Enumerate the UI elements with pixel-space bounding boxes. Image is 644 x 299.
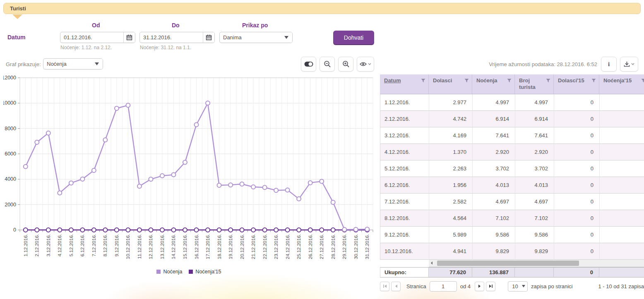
data-point[interactable] — [263, 228, 267, 232]
table-row[interactable]: 7.12.2016.2.5824.6974.6970 — [380, 194, 644, 210]
data-point[interactable] — [69, 228, 73, 232]
page-number-input[interactable] — [430, 281, 457, 292]
table-row[interactable]: 1.12.2016.2.9774.9974.9970 — [380, 94, 644, 111]
data-point[interactable] — [217, 228, 221, 232]
data-point[interactable] — [58, 191, 62, 195]
date-from-input[interactable] — [60, 34, 123, 41]
data-point[interactable] — [251, 228, 255, 232]
data-point[interactable] — [24, 165, 28, 169]
data-point[interactable] — [46, 228, 50, 232]
filter-icon[interactable] — [464, 79, 469, 83]
table-row[interactable]: 2.12.2016.4.7426.9146.9140 — [380, 111, 644, 127]
data-point[interactable] — [206, 101, 210, 105]
dohvati-button[interactable]: Dohvati — [333, 31, 374, 44]
data-point[interactable] — [149, 177, 153, 181]
data-point[interactable] — [149, 228, 153, 232]
tab-turisti[interactable]: Turisti — [10, 5, 26, 12]
data-point[interactable] — [195, 122, 199, 127]
export-button[interactable] — [620, 57, 638, 72]
data-point[interactable] — [80, 177, 84, 181]
data-point[interactable] — [274, 188, 278, 192]
data-point[interactable] — [240, 228, 244, 232]
next-page-button[interactable] — [475, 282, 484, 291]
data-point[interactable] — [126, 103, 130, 108]
table-row[interactable]: 3.12.2016.4.1697.6417.6410 — [380, 127, 644, 144]
data-point[interactable] — [320, 179, 324, 184]
data-point[interactable] — [331, 200, 335, 204]
data-point[interactable] — [24, 228, 28, 232]
data-point[interactable] — [286, 188, 290, 192]
data-point[interactable] — [137, 184, 142, 188]
data-point[interactable] — [365, 227, 369, 231]
data-point[interactable] — [274, 228, 278, 232]
graf-prikazuje-arrow-button[interactable] — [91, 59, 103, 69]
date-from-calendar-button[interactable] — [123, 32, 135, 43]
data-point[interactable] — [320, 228, 324, 232]
prikaz-po-arrow-button[interactable] — [281, 32, 292, 43]
chart-toggle-button[interactable] — [301, 57, 316, 72]
data-point[interactable] — [331, 228, 335, 232]
zoom-out-button[interactable] — [320, 57, 335, 72]
data-point[interactable] — [308, 228, 312, 232]
data-point[interactable] — [115, 228, 119, 232]
column-header-2[interactable]: Dolasci — [429, 74, 472, 94]
legend-item[interactable]: Noćenja — [156, 269, 182, 275]
prev-page-button[interactable] — [391, 282, 401, 291]
data-point[interactable] — [126, 228, 130, 232]
data-point[interactable] — [80, 228, 84, 232]
info-button[interactable]: i — [601, 57, 617, 72]
data-point[interactable] — [171, 228, 175, 232]
data-point[interactable] — [92, 228, 96, 232]
data-point[interactable] — [160, 174, 164, 178]
data-point[interactable] — [297, 197, 301, 201]
last-page-button[interactable] — [486, 282, 495, 291]
data-point[interactable] — [251, 185, 255, 189]
data-point[interactable] — [103, 228, 107, 232]
scrollbar-thumb[interactable] — [437, 261, 579, 266]
data-point[interactable] — [115, 106, 119, 110]
column-header-1[interactable]: Datum — [380, 74, 429, 94]
scrollbar-track[interactable] — [435, 260, 643, 267]
data-point[interactable] — [58, 228, 62, 232]
column-header-5[interactable]: Dolasci'15 — [554, 74, 599, 94]
data-point[interactable] — [195, 228, 199, 232]
filter-icon[interactable] — [507, 79, 512, 83]
data-point[interactable] — [171, 173, 175, 177]
date-to-calendar-button[interactable] — [203, 32, 214, 43]
data-point[interactable] — [354, 227, 358, 232]
data-point[interactable] — [46, 131, 50, 135]
table-row[interactable]: 10.12.2016.4.9419.8299.8290 — [380, 243, 644, 260]
series-visibility-button[interactable] — [357, 57, 374, 72]
page-size-select[interactable]: 10 — [508, 281, 528, 292]
data-point[interactable] — [92, 168, 96, 172]
data-point[interactable] — [35, 228, 39, 232]
data-point[interactable] — [263, 185, 267, 189]
filter-icon[interactable] — [591, 79, 596, 83]
data-point[interactable] — [297, 228, 301, 232]
filter-icon[interactable] — [641, 79, 644, 83]
data-point[interactable] — [69, 181, 73, 185]
filter-icon[interactable] — [546, 79, 550, 83]
data-point[interactable] — [286, 228, 290, 232]
data-point[interactable] — [183, 160, 187, 165]
prikaz-po-select[interactable]: Danima — [219, 32, 293, 43]
data-point[interactable] — [206, 228, 210, 232]
data-point[interactable] — [308, 181, 312, 185]
table-row[interactable]: 4.12.2016.1.3702.9202.9200 — [380, 144, 644, 160]
table-horizontal-scrollbar[interactable] — [429, 260, 644, 267]
zoom-in-button[interactable] — [338, 57, 353, 72]
scroll-left-arrow[interactable] — [429, 260, 435, 267]
data-point[interactable] — [160, 228, 164, 232]
data-point[interactable] — [228, 228, 233, 232]
graf-prikazuje-select[interactable]: Noćenja — [43, 58, 103, 69]
data-point[interactable] — [35, 140, 39, 144]
table-row[interactable]: 5.12.2016.2.2633.7023.7020 — [380, 160, 644, 177]
column-header-3[interactable]: Noćenja — [472, 74, 515, 94]
legend-item[interactable]: Noćenja'15 — [189, 269, 221, 275]
filter-icon[interactable] — [421, 79, 425, 83]
data-point[interactable] — [183, 228, 187, 232]
data-point[interactable] — [137, 228, 142, 232]
data-point[interactable] — [342, 227, 346, 232]
data-point[interactable] — [217, 183, 221, 187]
data-point[interactable] — [228, 183, 233, 187]
